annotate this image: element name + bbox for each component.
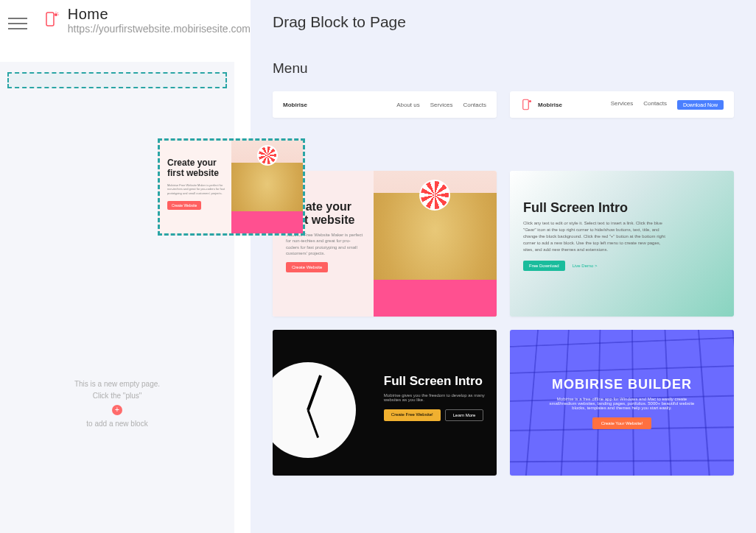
hero-title: Full Screen Intro	[523, 200, 721, 216]
drop-zone[interactable]	[7, 72, 227, 88]
svg-rect-5	[523, 99, 529, 110]
menu-block-1[interactable]: Mobirise About us Services Contacts	[273, 91, 497, 118]
hero-desc: Mobirise is a free offline app for Windo…	[548, 397, 696, 410]
svg-line-3	[57, 13, 58, 13]
hero-cta: Create Website	[286, 262, 328, 272]
hero-title: MOBIRISE BUILDER	[552, 377, 692, 392]
blocks-panel: Drag Block to Page Menu Mobirise About u…	[251, 0, 756, 533]
hero-block-2[interactable]: Full Screen Intro Click any text to edit…	[510, 171, 734, 317]
empty-text-3: to add a new block	[74, 418, 160, 430]
empty-text-2: Click the "plus"	[74, 390, 160, 402]
hero-block-4[interactable]: MOBIRISE BUILDER Mobirise is a free offl…	[510, 330, 734, 476]
drag-preview[interactable]: Create yourfirst website Mobirise Free W…	[158, 138, 305, 236]
clock-image	[273, 330, 374, 476]
nav-links: Services Contacts Download Now	[611, 100, 724, 110]
hero-btn-primary: Free Download	[523, 261, 565, 271]
hero-btn-1: Create Free Website!	[384, 409, 441, 421]
hero-btn: Create Your Website!	[592, 417, 652, 429]
header: Home https://yourfirstwebsite.mobirisesi…	[0, 0, 251, 53]
add-block-plus-icon[interactable]: +	[112, 405, 122, 415]
hamburger-menu-icon[interactable]	[0, 6, 35, 41]
hero-block-1[interactable]: Create yourfirst website Mobirise Free W…	[273, 171, 497, 317]
mobirise-logo-icon	[520, 98, 533, 111]
hero-btn-2: Learn More	[445, 409, 484, 421]
svg-point-6	[529, 100, 531, 102]
hero-title: Full Screen Intro	[384, 374, 486, 389]
brand-text: Mobirise	[283, 102, 307, 108]
empty-page-message: This is a new empty page. Click the "plu…	[74, 378, 160, 430]
hero-desc: Click any text to edit or style it. Sele…	[523, 220, 671, 253]
nav-links: About us Services Contacts	[396, 102, 486, 108]
hero-desc: Mobirise gives you the freedom to develo…	[384, 393, 486, 402]
brand-text: Mobirise	[538, 102, 562, 108]
empty-text-1: This is a new empty page.	[74, 378, 160, 390]
hero-btn-link: Live Demo >	[570, 261, 601, 271]
page-canvas[interactable]: This is a new empty page. Click the "plu…	[0, 62, 234, 533]
svg-rect-0	[46, 13, 54, 26]
svg-point-1	[55, 13, 57, 16]
hero-image	[374, 171, 497, 317]
panel-title: Drag Block to Page	[273, 13, 734, 31]
section-menu-title: Menu	[273, 60, 734, 77]
hero-block-3[interactable]: Full Screen Intro Mobirise gives you the…	[273, 330, 497, 476]
page-title: Home	[68, 6, 251, 23]
page-url: https://yourfirstwebsite.mobirisesite.co…	[68, 23, 251, 35]
left-panel: Home https://yourfirstwebsite.mobirisesi…	[0, 0, 251, 533]
mobirise-logo-icon	[43, 10, 60, 28]
menu-block-2[interactable]: Mobirise Services Contacts Download Now	[510, 91, 734, 118]
